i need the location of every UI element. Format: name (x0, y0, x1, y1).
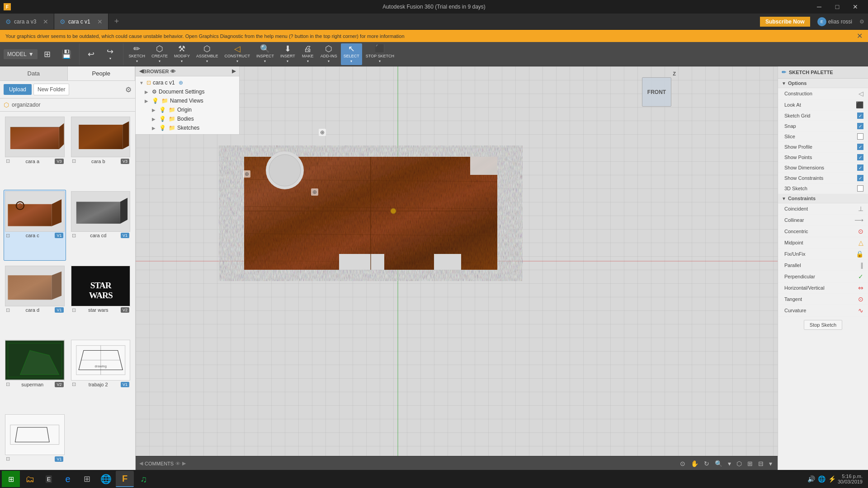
data-tab[interactable]: Data (0, 66, 68, 80)
horizontal-vertical-icon[interactable]: ⇔ (858, 284, 863, 291)
panel-settings-icon[interactable]: ⚙ (125, 85, 132, 94)
inspect-button[interactable]: 🔍 INSPECT ▾ (254, 43, 277, 65)
new-tab-button[interactable]: + (108, 14, 125, 29)
perpendicular-icon[interactable]: ✓ (858, 273, 863, 280)
show-points-checkbox[interactable] (857, 154, 863, 160)
snap-checkbox[interactable] (857, 123, 863, 129)
eye-icon[interactable]: 👁 (170, 69, 175, 74)
viewport[interactable]: ◀ BROWSER 👁 ▶ ▼ ⊡ cara c v1 ⊕ ▶ ⚙ Docume… (136, 66, 778, 488)
tray-icon-1[interactable]: 🔊 (807, 474, 816, 483)
view-options-button[interactable]: ⬡ (735, 459, 744, 468)
collinear-icon[interactable]: ⟶ (854, 216, 863, 224)
tab-cara-c[interactable]: ⚙ cara c v1 ✕ (54, 14, 108, 29)
people-tab[interactable]: People (68, 66, 136, 80)
comments-eye-icon[interactable]: 👁 (175, 461, 180, 466)
file-info-unnamed: ⊡ V1 (5, 455, 65, 463)
look-around-button[interactable]: ↻ (702, 459, 711, 468)
collapse-icon[interactable]: ◀ (139, 68, 143, 74)
settings-button[interactable]: ⚙ (856, 14, 868, 29)
taskbar-fusion[interactable]: F (116, 471, 134, 487)
browser-item-doc-settings[interactable]: ▶ ⚙ Document Settings (136, 87, 239, 96)
show-profile-checkbox[interactable] (857, 144, 863, 150)
coincident-icon[interactable]: ⊥ (858, 205, 863, 212)
collapse-comments-icon[interactable]: ◀ (139, 460, 143, 466)
zoom-button[interactable]: 🔍 (713, 459, 724, 468)
redo-button[interactable]: ↪▾ (101, 43, 119, 65)
stop-sketch-btn[interactable]: Stop Sketch (804, 320, 842, 330)
sketch-button[interactable]: ✏ SKETCH ▾ (126, 43, 148, 65)
stop-sketch-button[interactable]: ⬛ STOP SKETCH ▾ (363, 43, 397, 65)
browser-item-origin[interactable]: ▶ 💡 📁 Origin (136, 105, 239, 114)
orbit-button[interactable]: ⊙ (678, 459, 687, 468)
viewcube-box[interactable]: FRONT (642, 77, 671, 107)
select-button[interactable]: ↖ SELECT ▾ (341, 43, 362, 65)
file-item-cara-b[interactable]: ⊡ cara b V3 (70, 115, 132, 186)
upload-button[interactable]: Upload (4, 84, 32, 95)
midpoint-icon[interactable]: △ (859, 239, 863, 246)
expand-icon[interactable]: ▶ (232, 68, 236, 74)
assemble-button[interactable]: ⬡ ASSEMBLE ▾ (193, 43, 221, 65)
tab-close-button[interactable]: ✕ (43, 18, 48, 25)
look-at-icon[interactable]: ⬛ (856, 101, 863, 108)
subscribe-button[interactable]: Subscribe Now (760, 17, 810, 27)
fixunfix-icon[interactable]: 🔒 (856, 250, 863, 258)
show-dimensions-checkbox[interactable] (857, 164, 863, 171)
grid-button[interactable]: ⊞ (38, 43, 57, 65)
pan-button[interactable]: ✋ (689, 459, 700, 468)
file-item-cara-c[interactable]: ⊡ cara c V1 (4, 190, 66, 261)
modify-button[interactable]: ⚒ MODIFY ▾ (171, 43, 193, 65)
parallel-icon[interactable]: ∥ (860, 262, 863, 269)
3d-sketch-checkbox[interactable] (857, 185, 863, 192)
taskbar-item4[interactable]: ⊞ (78, 471, 96, 487)
browser-item-named-views[interactable]: ▶ 💡 📁 Named Views (136, 96, 239, 105)
construction-icon[interactable]: ◁ (859, 90, 863, 97)
tab-close-button-active[interactable]: ✕ (97, 18, 103, 25)
start-button[interactable]: ⊞ (2, 471, 20, 487)
taskbar-file-explorer[interactable]: 🗂 (21, 471, 39, 487)
model-selector[interactable]: MODEL ▼ (4, 49, 38, 59)
taskbar-ie[interactable]: e (59, 471, 77, 487)
taskbar-epic[interactable]: E (40, 471, 58, 487)
tab-cara-a[interactable]: ⚙ cara a v3 ✕ (0, 14, 54, 29)
make-button[interactable]: 🖨 MAKE ▾ (299, 43, 317, 65)
undo-button[interactable]: ↩ (82, 43, 100, 65)
options-section-header[interactable]: ▼ Options (778, 79, 868, 88)
create-button[interactable]: ⬡ CREATE ▾ (149, 43, 170, 65)
display-dropdown[interactable]: ▾ (767, 459, 774, 468)
file-item-cara-a[interactable]: ⊡ cara a V3 (4, 115, 66, 186)
minimize-button[interactable]: ─ (810, 0, 828, 14)
slice-checkbox[interactable] (857, 133, 863, 140)
display-options-button[interactable]: ⊟ (756, 459, 765, 468)
close-button[interactable]: ✕ (846, 0, 864, 14)
curvature-icon[interactable]: ∿ (858, 307, 863, 314)
tangent-icon[interactable]: ⊙ (858, 296, 863, 303)
chrome-icon: 🌐 (100, 474, 112, 484)
browser-root-item[interactable]: ▼ ⊡ cara c v1 ⊕ (136, 78, 239, 87)
tree-label: Document Settings (159, 89, 204, 95)
browser-item-bodies[interactable]: ▶ 💡 📁 Bodies (136, 114, 239, 123)
new-folder-button[interactable]: New Folder (33, 84, 69, 95)
file-item-cara-cd[interactable]: ⊡ cara cd V1 (70, 190, 132, 261)
file-item-star-wars[interactable]: STAR WARS ⊡ star wars V2 (70, 264, 132, 335)
tray-icon-2[interactable]: 🌐 (817, 474, 826, 483)
maximize-button[interactable]: □ (828, 0, 846, 14)
file-item-trabajo-2[interactable]: drawing ⊡ trabajo 2 V1 (70, 338, 132, 409)
concentric-icon[interactable]: ⊙ (858, 228, 863, 235)
file-item-superman[interactable]: ⊡ superman V2 (4, 338, 66, 409)
taskbar-chrome[interactable]: 🌐 (97, 471, 115, 487)
grid-button-vp[interactable]: ⊞ (745, 459, 755, 468)
insert-button[interactable]: ⬇ INSERT ▾ (278, 43, 298, 65)
save-button[interactable]: 💾 (57, 43, 75, 65)
tray-icon-3[interactable]: ⚡ (827, 474, 837, 483)
sketch-grid-checkbox[interactable] (857, 113, 863, 119)
browser-item-sketches[interactable]: ▶ 💡 📁 Sketches (136, 123, 239, 132)
constraints-section-header[interactable]: ▼ Constraints (778, 194, 868, 203)
comments-expand-icon[interactable]: ▶ (182, 460, 186, 466)
taskbar-spotify[interactable]: ♫ (135, 471, 153, 487)
show-constraints-checkbox[interactable] (857, 175, 863, 181)
warning-close-button[interactable]: ✕ (857, 32, 863, 40)
construct-button[interactable]: ◁ CONSTRUCT ▾ (222, 43, 253, 65)
file-item-cara-d[interactable]: ⊡ cara d V1 (4, 264, 66, 335)
zoom-dropdown[interactable]: ▾ (726, 459, 733, 468)
addins-button[interactable]: ⬡ ADD-INS ▾ (318, 43, 340, 65)
